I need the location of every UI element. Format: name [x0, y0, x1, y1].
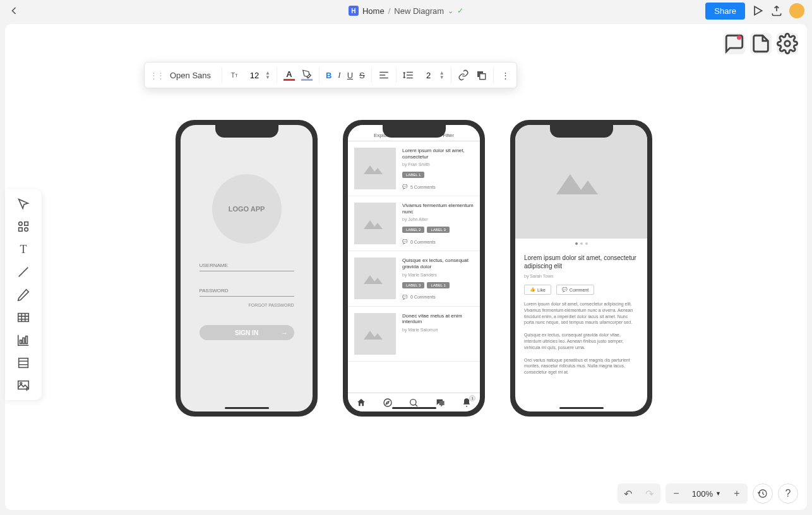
alert-badge: 1: [469, 395, 475, 401]
phone-notch: [550, 125, 613, 138]
post-comments[interactable]: 💬0 Comments: [402, 239, 474, 244]
topbar-actions: Share: [705, 3, 804, 20]
phone-feed[interactable]: Explore Filter Lorem ipsum dolor sit ame…: [343, 120, 485, 417]
font-family-select[interactable]: Open Sans: [170, 71, 215, 80]
image-placeholder-icon: [556, 169, 607, 194]
feed-post[interactable]: Lorem ipsum dolor sit amet, consecteturb…: [348, 141, 480, 196]
breadcrumb: H Home / New Diagram ⌄ ✓: [349, 6, 463, 16]
nav-explore-icon[interactable]: [383, 398, 393, 408]
phone-notch: [383, 125, 446, 138]
help-button[interactable]: ?: [778, 483, 798, 504]
signin-button[interactable]: SIGN IN: [200, 325, 294, 340]
undo-button[interactable]: ↶: [618, 483, 639, 504]
link-button[interactable]: [458, 69, 469, 81]
zoom-in-button[interactable]: +: [726, 483, 748, 504]
text-tool[interactable]: T: [16, 242, 30, 256]
post-comments[interactable]: 💬5 Comments: [402, 184, 474, 189]
font-size-input[interactable]: ▲▼: [246, 71, 270, 80]
font-size-spinner[interactable]: ▲▼: [265, 71, 270, 80]
post-thumb: [354, 258, 396, 299]
canvas[interactable]: ⋮⋮ Open Sans TT ▲▼ A B I U S ▲▼ ⋮ T: [5, 24, 807, 510]
frame-tool[interactable]: [16, 356, 30, 370]
svg-rect-5: [19, 228, 23, 232]
post-label: LABEL 3: [402, 282, 424, 288]
history-icon[interactable]: [753, 483, 773, 504]
zoom-level[interactable]: 100%▼: [687, 489, 726, 499]
user-avatar[interactable]: [789, 3, 804, 18]
phone-article[interactable]: Lorem ipsum dolor sit amet, consectetur …: [510, 120, 652, 417]
comment-icon: 💬: [402, 295, 408, 300]
tab-filter[interactable]: Filter: [443, 133, 454, 138]
zoom-out-button[interactable]: −: [666, 483, 687, 504]
post-thumb: [354, 313, 396, 355]
redo-button[interactable]: ↷: [639, 483, 660, 504]
nav-search-icon[interactable]: [409, 398, 419, 408]
italic-button[interactable]: I: [338, 70, 340, 80]
align-button[interactable]: [378, 69, 390, 81]
chevron-down-icon[interactable]: ⌄: [448, 7, 453, 15]
line-height-spinner[interactable]: ▲▼: [439, 71, 445, 80]
bold-button[interactable]: B: [326, 71, 331, 80]
logo-placeholder: LOGO APP: [212, 174, 282, 244]
export-icon[interactable]: [770, 4, 783, 17]
nav-alerts-icon[interactable]: 1: [462, 398, 472, 408]
underline-button[interactable]: U: [347, 71, 353, 80]
like-button[interactable]: 👍Like: [524, 285, 551, 295]
back-button[interactable]: [8, 4, 20, 17]
image-placeholder-icon: [364, 273, 386, 284]
font-size-icon: TT: [229, 69, 240, 81]
phone-login[interactable]: LOGO APP USERNAME PASSWORD FORGOT PASSWO…: [176, 120, 318, 417]
nav-messages-icon[interactable]: [435, 398, 445, 408]
post-labels: LABEL 1: [402, 172, 474, 178]
post-label: LABEL 2: [402, 227, 424, 233]
app-topbar: H Home / New Diagram ⌄ ✓ Share: [0, 0, 812, 21]
image-tool[interactable]: [16, 379, 30, 393]
article-byline: by Sarah Town: [524, 274, 638, 278]
more-button[interactable]: ⋮: [500, 69, 511, 81]
shapes-tool[interactable]: [16, 220, 30, 234]
feed-post[interactable]: Quisque ex lectus, consequat gravida dol…: [348, 251, 480, 306]
present-icon[interactable]: [751, 4, 764, 17]
settings-button[interactable]: [777, 33, 798, 54]
page-panel-button[interactable]: [750, 33, 772, 54]
breadcrumb-home[interactable]: Home: [362, 6, 385, 16]
toolbar-drag-handle[interactable]: ⋮⋮: [150, 71, 164, 80]
feed-post[interactable]: Vivamus fermentum elementum nuncby John …: [348, 196, 480, 251]
line-height-value[interactable]: [421, 71, 437, 80]
post-body: Donec vitae metus at enim interdumby Mar…: [402, 313, 474, 355]
share-button[interactable]: Share: [705, 3, 745, 20]
strike-button[interactable]: S: [359, 71, 365, 80]
nav-home-icon[interactable]: [356, 398, 366, 408]
image-placeholder-icon: [364, 218, 386, 229]
mockup-group[interactable]: LOGO APP USERNAME PASSWORD FORGOT PASSWO…: [176, 120, 652, 417]
forgot-password-link[interactable]: FORGOT PASSWORD: [200, 303, 294, 307]
post-thumb: [354, 148, 396, 189]
post-title: Quisque ex lectus, consequat gravida dol…: [402, 258, 474, 269]
post-byline: by John Alter: [402, 217, 474, 222]
chart-tool[interactable]: [16, 333, 30, 347]
carousel-dots[interactable]: [515, 239, 647, 249]
article-hero-image: [515, 125, 647, 239]
layer-button[interactable]: [475, 69, 487, 81]
font-size-value[interactable]: [246, 71, 263, 80]
article-screen: Lorem ipsum dolor sit amet, consectetur …: [515, 125, 647, 411]
line-height-input[interactable]: ▲▼: [421, 71, 445, 80]
comments-button[interactable]: [724, 33, 745, 54]
login-screen: LOGO APP USERNAME PASSWORD FORGOT PASSWO…: [181, 125, 313, 411]
table-tool[interactable]: [16, 311, 30, 324]
text-color-button[interactable]: A: [284, 69, 295, 81]
username-field[interactable]: USERNAME: [200, 260, 294, 271]
breadcrumb-current[interactable]: New Diagram: [394, 6, 444, 16]
post-comments[interactable]: 💬0 Comments: [402, 295, 474, 300]
canvas-tools: [724, 33, 798, 54]
image-placeholder-icon: [364, 163, 386, 174]
line-height-icon: [403, 69, 414, 81]
cursor-tool[interactable]: [16, 197, 30, 211]
feed-post[interactable]: Donec vitae metus at enim interdumby Mar…: [348, 307, 480, 362]
line-tool[interactable]: [16, 265, 30, 279]
pen-tool[interactable]: [16, 288, 30, 302]
highlight-button[interactable]: [301, 69, 313, 81]
svg-rect-4: [25, 222, 28, 226]
password-field[interactable]: PASSWORD: [200, 285, 294, 297]
comment-button[interactable]: 💬Comment: [556, 285, 594, 295]
